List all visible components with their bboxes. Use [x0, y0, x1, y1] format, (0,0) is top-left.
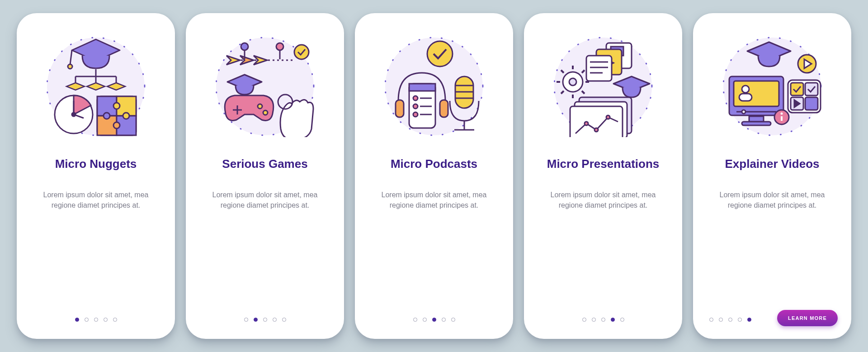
pager-dot[interactable] — [611, 318, 615, 322]
svg-rect-84 — [570, 106, 623, 137]
svg-point-33 — [276, 43, 283, 50]
svg-rect-96 — [739, 94, 752, 101]
svg-point-53 — [413, 112, 418, 117]
svg-point-22 — [113, 103, 120, 109]
pager-dots — [524, 318, 682, 322]
svg-point-24 — [104, 113, 110, 119]
pager-dot[interactable] — [423, 318, 427, 322]
illustration-wrap — [213, 33, 317, 137]
svg-point-35 — [294, 45, 309, 59]
explainer-videos-icon — [720, 33, 824, 137]
screen-desc: Lorem ipsum dolor sit amet, mea regione … — [538, 190, 669, 210]
svg-rect-106 — [805, 83, 818, 95]
pager-dot[interactable] — [582, 318, 586, 322]
onboarding-screen-micro-nuggets: Micro Nuggets Lorem ipsum dolor sit amet… — [17, 13, 175, 339]
onboarding-screen-micro-podcasts: Micro Podcasts Lorem ipsum dolor sit ame… — [355, 13, 513, 339]
pager-dot[interactable] — [709, 318, 713, 322]
svg-rect-77 — [586, 56, 612, 81]
svg-point-49 — [413, 96, 418, 100]
pager-dot[interactable] — [75, 318, 79, 322]
pager-dot[interactable] — [601, 318, 605, 322]
screen-title: Micro Presentations — [542, 150, 664, 179]
screen-title: Serious Games — [217, 150, 312, 179]
screen-title: Micro Nuggets — [51, 150, 142, 179]
pager-dot[interactable] — [719, 318, 723, 322]
svg-point-87 — [606, 115, 610, 119]
svg-point-39 — [258, 104, 262, 109]
illustration-wrap — [382, 33, 486, 137]
svg-point-51 — [413, 104, 418, 109]
onboarding-screen-micro-presentations: Micro Presentations Lorem ipsum dolor si… — [524, 13, 682, 339]
pager-dots — [186, 318, 344, 322]
svg-rect-105 — [791, 83, 803, 95]
illustration-wrap — [720, 33, 824, 137]
svg-point-40 — [263, 110, 268, 115]
pager-dot[interactable] — [747, 318, 751, 322]
svg-rect-99 — [749, 116, 764, 122]
svg-point-64 — [569, 78, 576, 86]
screen-desc: Lorem ipsum dolor sit amet, mea regione … — [30, 190, 161, 210]
svg-point-98 — [742, 110, 745, 114]
serious-games-icon — [213, 33, 317, 137]
pager-dot[interactable] — [451, 318, 455, 322]
pager-dot[interactable] — [442, 318, 446, 322]
svg-point-4 — [68, 64, 72, 69]
svg-point-31 — [241, 43, 248, 50]
pager-dot[interactable] — [273, 318, 277, 322]
svg-rect-45 — [396, 100, 404, 117]
svg-point-23 — [123, 113, 129, 119]
svg-point-102 — [781, 113, 783, 115]
screen-title: Micro Podcasts — [386, 150, 482, 179]
pager-dot[interactable] — [592, 318, 596, 322]
pager-dot[interactable] — [738, 318, 742, 322]
svg-rect-103 — [781, 116, 783, 121]
pager-dot[interactable] — [254, 318, 258, 322]
svg-point-25 — [113, 122, 120, 128]
pager-dot[interactable] — [413, 318, 417, 322]
illustration-wrap — [551, 33, 655, 137]
learn-more-button[interactable]: LEARN MORE — [777, 310, 838, 326]
pager-dots — [17, 318, 175, 322]
svg-point-95 — [742, 86, 749, 93]
pager-dot[interactable] — [432, 318, 436, 322]
pager-dot[interactable] — [85, 318, 89, 322]
svg-rect-46 — [440, 100, 448, 117]
onboarding-screen-serious-games: Serious Games Lorem ipsum dolor sit amet… — [186, 13, 344, 339]
pager-dot[interactable] — [282, 318, 286, 322]
svg-point-85 — [585, 122, 588, 125]
pager-dot[interactable] — [104, 318, 108, 322]
screen-desc: Lorem ipsum dolor sit amet, mea regione … — [199, 190, 330, 210]
screen-desc: Lorem ipsum dolor sit amet, mea regione … — [707, 190, 838, 210]
micro-podcasts-icon — [382, 33, 486, 137]
svg-rect-109 — [805, 97, 818, 110]
svg-point-44 — [427, 41, 453, 67]
svg-rect-48 — [409, 84, 435, 91]
onboarding-screen-explainer-videos: Explainer Videos Lorem ipsum dolor sit a… — [693, 13, 851, 339]
svg-rect-100 — [742, 122, 771, 125]
screen-title: Explainer Videos — [720, 150, 824, 179]
pager-dots — [355, 318, 513, 322]
pager-dot[interactable] — [113, 318, 117, 322]
pager-dot[interactable] — [263, 318, 267, 322]
micro-nuggets-icon — [44, 33, 148, 137]
screen-desc: Lorem ipsum dolor sit amet, mea regione … — [368, 190, 500, 210]
pager-dot[interactable] — [244, 318, 248, 322]
pager-dot[interactable] — [728, 318, 732, 322]
illustration-wrap — [44, 33, 148, 137]
svg-point-86 — [594, 128, 598, 132]
pager-dot[interactable] — [94, 318, 98, 322]
pager-dot[interactable] — [620, 318, 624, 322]
micro-presentations-icon — [551, 33, 655, 137]
svg-point-16 — [72, 113, 75, 116]
